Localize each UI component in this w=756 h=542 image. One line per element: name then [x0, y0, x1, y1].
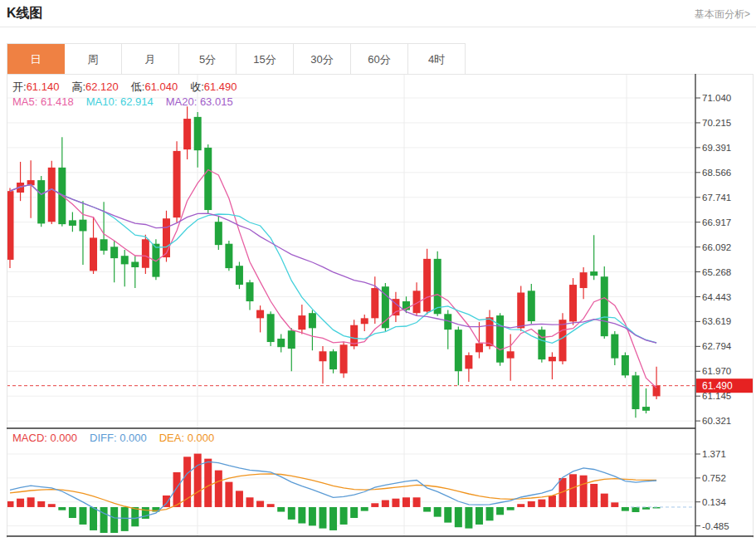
svg-text:62.794: 62.794 — [702, 341, 732, 351]
svg-text:70.215: 70.215 — [702, 118, 731, 128]
svg-text:63.619: 63.619 — [702, 316, 731, 326]
page-title: K线图 — [7, 5, 43, 22]
fundamental-analysis-link[interactable]: 基本面分析> — [695, 7, 750, 22]
tab-4hour[interactable]: 4时 — [408, 44, 466, 75]
tab-week[interactable]: 周 — [65, 44, 122, 75]
tab-day[interactable]: 日 — [7, 44, 65, 75]
chart-box: 71.04070.21569.39168.56667.74166.91766.0… — [7, 74, 754, 542]
svg-text:67.741: 67.741 — [702, 193, 731, 203]
svg-text:0.134: 0.134 — [702, 497, 726, 507]
tab-month[interactable]: 月 — [122, 44, 179, 75]
svg-text:68.566: 68.566 — [702, 168, 731, 178]
svg-text:66.917: 66.917 — [702, 217, 731, 227]
svg-text:66.092: 66.092 — [702, 242, 731, 252]
tab-5min[interactable]: 5分 — [179, 44, 237, 75]
svg-text:69.391: 69.391 — [702, 143, 731, 153]
svg-text:71.040: 71.040 — [702, 93, 731, 103]
tab-60min[interactable]: 60分 — [351, 44, 408, 75]
svg-text:60.321: 60.321 — [702, 416, 731, 426]
tab-15min[interactable]: 15分 — [237, 44, 294, 75]
page-header: K线图 基本面分析> — [0, 0, 756, 27]
svg-text:64.443: 64.443 — [702, 292, 731, 302]
svg-text:61.970: 61.970 — [702, 366, 731, 376]
kline-chart[interactable]: 71.04070.21569.39168.56667.74166.91766.0… — [7, 74, 754, 538]
svg-text:61.490: 61.490 — [702, 380, 733, 392]
svg-text:1.371: 1.371 — [702, 449, 726, 459]
svg-text:0.752: 0.752 — [702, 473, 726, 483]
svg-text:-0.485: -0.485 — [702, 521, 729, 531]
timeframe-tabs: 日周月5分15分30分60分4时 — [7, 43, 466, 75]
svg-text:65.268: 65.268 — [702, 267, 731, 277]
tab-30min[interactable]: 30分 — [294, 44, 351, 75]
current-price-badge: 61.490 — [696, 378, 753, 393]
